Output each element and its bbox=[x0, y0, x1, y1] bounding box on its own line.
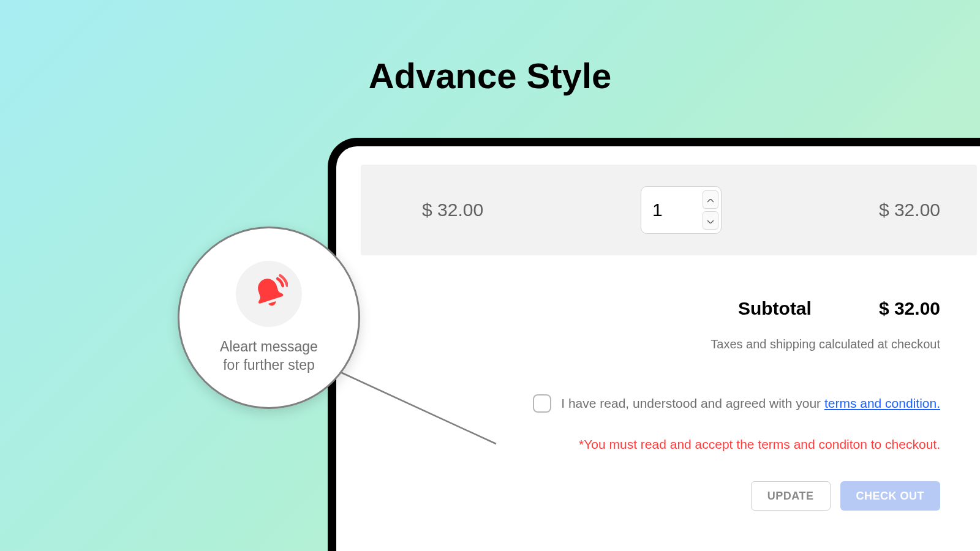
subtotal-label: Subtotal bbox=[738, 298, 812, 319]
line-total: $ 32.00 bbox=[767, 200, 940, 220]
terms-prefix: I have read, understood and agreed with … bbox=[561, 396, 824, 410]
quantity-value[interactable]: 1 bbox=[641, 187, 700, 233]
tax-shipping-note: Taxes and shipping calculated at checkou… bbox=[361, 337, 940, 351]
update-button[interactable]: UPDATE bbox=[751, 481, 831, 511]
alert-callout: Aleart message for further step bbox=[178, 227, 360, 409]
subtotal-value: $ 32.00 bbox=[879, 298, 940, 319]
action-buttons: UPDATE CHECK OUT bbox=[361, 481, 977, 511]
terms-checkbox[interactable] bbox=[533, 394, 551, 413]
terms-error-message: *You must read and accept the terms and … bbox=[361, 437, 940, 452]
subtotal-row: Subtotal $ 32.00 bbox=[361, 298, 940, 319]
callout-line-1: Aleart message bbox=[220, 338, 318, 356]
chevron-down-icon bbox=[707, 215, 714, 226]
bell-icon bbox=[250, 274, 288, 314]
device-screen: $ 32.00 1 bbox=[336, 146, 980, 551]
terms-row: I have read, understood and agreed with … bbox=[361, 394, 940, 413]
quantity-column: 1 bbox=[595, 186, 767, 234]
unit-price: $ 32.00 bbox=[422, 200, 595, 220]
quantity-increase-button[interactable] bbox=[703, 190, 718, 209]
device-frame: $ 32.00 1 bbox=[328, 138, 980, 551]
callout-line-2: for further step bbox=[220, 356, 318, 375]
quantity-stepper: 1 bbox=[641, 186, 722, 234]
checkout-button[interactable]: CHECK OUT bbox=[840, 481, 941, 511]
subtotal-section: Subtotal $ 32.00 Taxes and shipping calc… bbox=[361, 298, 977, 351]
terms-link[interactable]: terms and condition. bbox=[824, 396, 940, 410]
terms-text: I have read, understood and agreed with … bbox=[561, 396, 940, 411]
app-canvas: Advance Style $ 32.00 1 bbox=[0, 0, 980, 551]
chevron-up-icon bbox=[707, 194, 714, 205]
callout-text: Aleart message for further step bbox=[220, 338, 318, 375]
alert-icon-wrap bbox=[236, 261, 302, 327]
quantity-decrease-button[interactable] bbox=[703, 211, 718, 230]
stepper-controls bbox=[700, 187, 721, 233]
terms-section: I have read, understood and agreed with … bbox=[361, 394, 977, 452]
page-title: Advance Style bbox=[0, 55, 980, 96]
cart-line-item: $ 32.00 1 bbox=[361, 165, 977, 255]
